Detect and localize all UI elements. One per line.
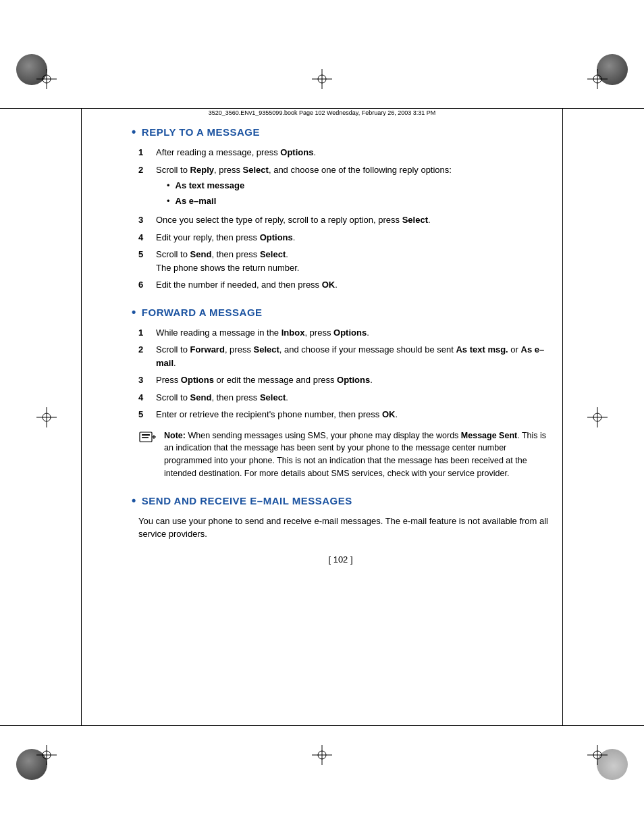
reply-step-3: 3 Once you select the type of reply, scr… (138, 213, 549, 227)
page-number: [ 102 ] (132, 554, 549, 565)
forward-step-4: 4 Scroll to Send, then press Select. (138, 391, 549, 405)
email-heading-text: SEND AND RECEIVE E–MAIL MESSAGES (142, 495, 352, 506)
svg-rect-25 (142, 434, 150, 436)
reply-sub-item-2: As e–mail (167, 194, 549, 208)
forward-step-5: 5 Enter or retrieve the recipient's phon… (138, 408, 549, 421)
crosshair-bottom-right (587, 745, 608, 765)
reply-step-2: 2 Scroll to Reply, press Select, and cho… (138, 163, 549, 210)
note-icon (138, 431, 157, 446)
crosshair-bottom-left (36, 745, 57, 765)
forward-heading-text: FORWARD A MESSAGE (142, 307, 263, 318)
reply-step-6: 6 Edit the number if needed, and then pr… (138, 278, 549, 292)
reply-bullet: • (132, 125, 136, 139)
main-content: • REPLY TO A MESSAGE 1 After reading a m… (132, 125, 549, 565)
crosshair-mid-bottom (312, 745, 332, 765)
forward-heading: • FORWARD A MESSAGE (132, 305, 549, 319)
email-intro: You can use your phone to send and recei… (138, 515, 549, 541)
reply-steps: 1 After reading a message, press Options… (138, 146, 549, 292)
left-vert-line (81, 108, 82, 726)
forward-bullet: • (132, 305, 136, 319)
reply-sub-list: As text message As e–mail (167, 179, 549, 207)
reply-heading: • REPLY TO A MESSAGE (132, 125, 549, 139)
forward-step-3: 3 Press Options or edit the message and … (138, 373, 549, 387)
reply-step-5: 5 Scroll to Send, then press Select. The… (138, 248, 549, 274)
reply-step-4: 4 Edit your reply, then press Options. (138, 231, 549, 244)
forward-step-1: 1 While reading a message in the Inbox, … (138, 326, 549, 340)
reply-heading-text: REPLY TO A MESSAGE (142, 126, 260, 138)
forward-steps: 1 While reading a message in the Inbox, … (138, 326, 549, 421)
bottom-rule-line (0, 725, 644, 726)
crosshair-top-right (587, 69, 608, 89)
section-forward: • FORWARD A MESSAGE 1 While reading a me… (132, 305, 549, 480)
email-bullet: • (132, 494, 136, 508)
reply-step-1: 1 After reading a message, press Options… (138, 146, 549, 159)
email-heading: • SEND AND RECEIVE E–MAIL MESSAGES (132, 494, 549, 508)
section-email: • SEND AND RECEIVE E–MAIL MESSAGES You c… (132, 494, 549, 541)
top-rule-line (0, 108, 644, 109)
crosshair-mid-top (312, 69, 332, 89)
crosshair-top-left (36, 69, 57, 89)
section-reply: • REPLY TO A MESSAGE 1 After reading a m… (132, 125, 549, 292)
forward-note: Note: When sending messages using SMS, y… (138, 429, 549, 480)
svg-rect-26 (142, 437, 149, 438)
forward-step-2: 2 Scroll to Forward, press Select, and c… (138, 343, 549, 369)
note-text: Note: When sending messages using SMS, y… (164, 429, 549, 480)
right-vert-line (562, 108, 563, 726)
crosshair-mid-right (587, 407, 608, 427)
crosshair-mid-left (36, 407, 57, 427)
reply-sub-item-1: As text message (167, 179, 549, 192)
header-text: 3520_3560.ENv1_9355099.book Page 102 Wed… (0, 109, 644, 116)
